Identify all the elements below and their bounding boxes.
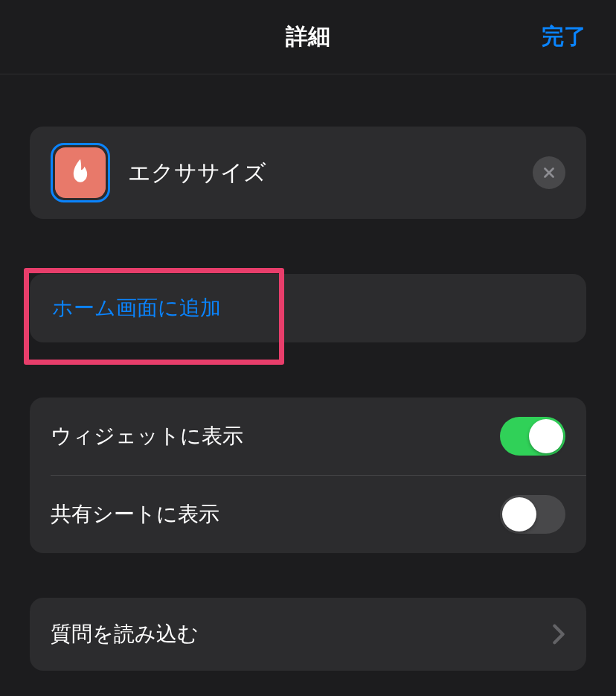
done-button[interactable]: 完了 <box>542 22 586 52</box>
content: エクササイズ ホーム画面に追加 ウィジェットに表示 共有シートに表示 <box>0 127 616 671</box>
show-in-share-sheet-row: 共有シートに表示 <box>30 476 586 553</box>
chevron-right-icon <box>552 624 565 645</box>
show-in-share-sheet-label: 共有シートに表示 <box>51 500 219 529</box>
add-to-home-label[interactable]: ホーム画面に追加 <box>30 274 221 342</box>
close-icon <box>541 165 557 181</box>
shortcut-name-row: エクササイズ <box>30 127 586 219</box>
clear-button[interactable] <box>533 156 565 189</box>
show-in-widget-toggle[interactable] <box>500 417 565 456</box>
shortcut-name-input[interactable]: エクササイズ <box>128 158 515 188</box>
show-in-share-sheet-toggle[interactable] <box>500 495 565 534</box>
toggle-knob <box>529 419 563 453</box>
toggle-section: ウィジェットに表示 共有シートに表示 <box>30 398 586 553</box>
shortcut-icon-button[interactable] <box>51 143 110 202</box>
load-section: 質問を読み込む <box>30 598 586 671</box>
load-questions-label: 質問を読み込む <box>51 620 199 648</box>
toggle-knob <box>502 497 536 531</box>
flame-icon <box>55 147 106 198</box>
load-questions-row[interactable]: 質問を読み込む <box>30 598 586 671</box>
show-in-widget-label: ウィジェットに表示 <box>51 422 243 450</box>
show-in-widget-row: ウィジェットに表示 <box>51 398 586 475</box>
add-to-home-section: ホーム画面に追加 <box>30 274 586 342</box>
header: 詳細 完了 <box>0 0 616 74</box>
page-title: 詳細 <box>286 22 330 52</box>
